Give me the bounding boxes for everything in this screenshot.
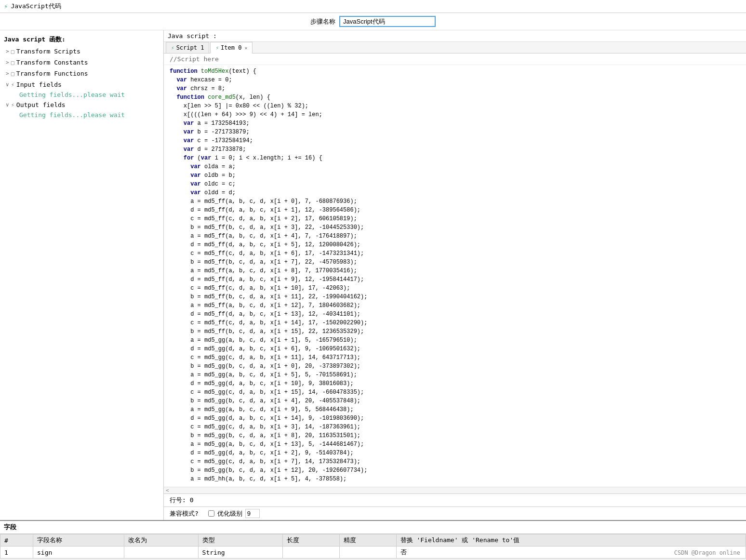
title-bar: ⚡ JavaScript代码 [0, 0, 746, 13]
arrow-icon: > [6, 48, 9, 54]
code-line: var a = 1732584193; [170, 119, 740, 128]
cell-rename [124, 547, 198, 559]
code-line: d = md5_gg(d, a, b, c, x[i + 14], 9, -10… [170, 414, 740, 423]
panels: Java script 函数: > □ Transform Scripts > … [0, 30, 746, 520]
script-icon: ⚡ [171, 45, 174, 51]
watermark: CSDN @Dragon online [674, 549, 740, 556]
optimize-checkbox[interactable] [208, 510, 214, 517]
col-header-replace: 替换 'Fieldname' 或 'Rename to'值 [396, 534, 746, 547]
code-line: var hexcase = 0; [170, 76, 740, 84]
code-line: function core_md5(x, len) { [170, 93, 740, 102]
script-comment: //Script here [164, 53, 746, 65]
compat-row: 兼容模式? 优化级别 [164, 507, 746, 520]
code-line: d = md5_ff(d, a, b, c, x[i + 5], 12, 120… [170, 240, 740, 249]
code-line: var oldc = c; [170, 180, 740, 188]
left-panel: Java script 函数: > □ Transform Scripts > … [0, 30, 164, 520]
code-line: b = md5_gg(b, c, d, a, x[i + 8], 20, 116… [170, 431, 740, 440]
js-functions-label: Java script 函数: [4, 34, 160, 45]
cell-num: 1 [0, 547, 33, 559]
tab-item0[interactable]: ⚡ Item 0 ✕ [210, 42, 253, 53]
arrow-icon: > [6, 70, 9, 77]
output-fields-icon: ⚡ [11, 102, 14, 108]
code-line: var oldd = d; [170, 188, 740, 197]
code-line: d = md5_ff(d, a, b, c, x[i + 1], 12, -38… [170, 206, 740, 214]
sidebar-item-label: Transform Constants [16, 59, 88, 66]
checkbox-icon: □ [11, 59, 14, 66]
sidebar-item-label: Transform Scripts [16, 48, 80, 55]
optimize-value-input[interactable] [245, 509, 260, 518]
code-line: b = md5_gg(b, c, d, a, x[i + 4], 20, -40… [170, 397, 740, 405]
code-line: a = md5_gg(a, b, c, d, x[i + 13], 5, -14… [170, 440, 740, 449]
sidebar-item-label: Transform Functions [16, 70, 88, 77]
sidebar-item-input-fields[interactable]: ∨ ⚡ Input fields [4, 80, 160, 89]
step-name-input[interactable] [339, 16, 436, 27]
code-line: a = md5_ff(a, b, c, d, x[i + 12], 7, 180… [170, 301, 740, 310]
code-line: c = md5_gg(c, d, a, b, x[i + 15], 14, -6… [170, 388, 740, 397]
code-line: b = md5_gg(b, c, d, a, x[i + 0], 20, -37… [170, 362, 740, 371]
col-header-type: 类型 [198, 534, 282, 547]
code-line: for (var i = 0; i < x.length; i += 16) { [170, 154, 740, 162]
js-icon: ⚡ [4, 2, 8, 10]
sidebar-item-transform-constants[interactable]: > □ Transform Constants [4, 58, 160, 67]
code-line: function toMd5Hex(text) { [170, 67, 740, 76]
fields-table: # 字段名称 改名为 类型 长度 精度 替换 'Fieldname' 或 'Re… [0, 534, 746, 559]
code-line: b = md5_ff(b, c, d, a, x[i + 3], 22, -10… [170, 223, 740, 232]
code-line: c = md5_ff(c, d, a, b, x[i + 6], 17, -14… [170, 249, 740, 258]
sidebar-item-transform-scripts[interactable]: > □ Transform Scripts [4, 47, 160, 56]
tab-close-icon[interactable]: ✕ [244, 45, 247, 51]
item-icon: ⚡ [215, 45, 219, 51]
main-container: 步骤名称 Java script 函数: > □ Transform Scrip… [0, 13, 746, 559]
code-line: var oldb = b; [170, 171, 740, 180]
horizontal-scrollbar[interactable]: < [164, 487, 746, 493]
col-header-length: 长度 [282, 534, 339, 547]
code-line: var olda = a; [170, 162, 740, 171]
fields-title: 字段 [0, 521, 746, 534]
cell-precision [339, 547, 396, 559]
code-line: var c = -1732584194; [170, 136, 740, 145]
arrow-icon: ∨ [6, 102, 9, 108]
code-editor[interactable]: function toMd5Hex(text) { var hexcase = … [164, 65, 746, 487]
tabs-row: ⚡ Script 1 ⚡ Item 0 ✕ [164, 42, 746, 53]
compat-mode-label: 兼容模式? [170, 509, 199, 518]
code-line: a = md5_gg(a, b, c, d, x[i + 1], 5, -165… [170, 336, 740, 345]
tab-script1[interactable]: ⚡ Script 1 [166, 42, 209, 53]
code-line: b = md5_ff(b, c, d, a, x[i + 7], 22, -45… [170, 258, 740, 267]
code-line: d = md5_gg(d, a, b, c, x[i + 6], 9, -106… [170, 345, 740, 353]
col-header-precision: 精度 [339, 534, 396, 547]
code-line: d = md5_ff(d, a, b, c, x[i + 13], 12, -4… [170, 310, 740, 319]
cell-type: String [198, 547, 282, 559]
checkbox-icon: □ [11, 48, 14, 55]
title-bar-text: JavaScript代码 [11, 2, 61, 11]
col-header-name: 字段名称 [33, 534, 124, 547]
getting-fields-1: Getting fields...please wait [4, 91, 160, 98]
input-fields-icon: ⚡ [11, 81, 14, 88]
line-number-bar: 行号: 0 [164, 493, 746, 507]
scroll-left-icon[interactable]: < [166, 487, 169, 493]
code-line: var b = -271733879; [170, 128, 740, 136]
arrow-icon: ∨ [6, 81, 9, 88]
code-line: d = md5_gg(d, a, b, c, x[i + 2], 9, -514… [170, 449, 740, 457]
sidebar-item-output-fields[interactable]: ∨ ⚡ Output fields [4, 100, 160, 109]
col-header-rename: 改名为 [124, 534, 198, 547]
fields-section: 字段 # 字段名称 改名为 类型 长度 精度 替换 'Fieldname' 或 … [0, 520, 746, 559]
code-line: c = md5_ff(c, d, a, b, x[i + 14], 17, -1… [170, 319, 740, 327]
code-line: var d = 271733878; [170, 145, 740, 154]
code-line: b = md5_ff(b, c, d, a, x[i + 15], 22, 12… [170, 327, 740, 336]
sidebar-item-label: Output fields [16, 101, 66, 108]
code-line: b = md5_ff(b, c, d, a, x[i + 11], 22, -1… [170, 293, 740, 301]
arrow-icon: > [6, 59, 9, 66]
code-line: a = md5_ff(a, b, c, d, x[i + 0], 7, -680… [170, 197, 740, 206]
cell-length [282, 547, 339, 559]
optimize-area: 优化级别 [208, 509, 260, 518]
step-name-label: 步骤名称 [310, 17, 335, 26]
code-line: a = md5_hh(a, b, c, d, x[i + 5], 4, -378… [170, 475, 740, 483]
code-line: b = md5_gg(b, c, d, a, x[i + 12], 20, -1… [170, 466, 740, 475]
cell-name: sign [33, 547, 124, 559]
optimize-label: 优化级别 [217, 509, 242, 518]
code-line: a = md5_gg(a, b, c, d, x[i + 9], 5, 5684… [170, 405, 740, 414]
step-name-row: 步骤名称 [0, 13, 746, 30]
sidebar-item-transform-functions[interactable]: > □ Transform Functions [4, 69, 160, 78]
right-panel-header: Java script : [164, 30, 746, 42]
table-row: 1 sign String 否 [0, 547, 746, 559]
sidebar-item-label: Input fields [16, 81, 62, 88]
